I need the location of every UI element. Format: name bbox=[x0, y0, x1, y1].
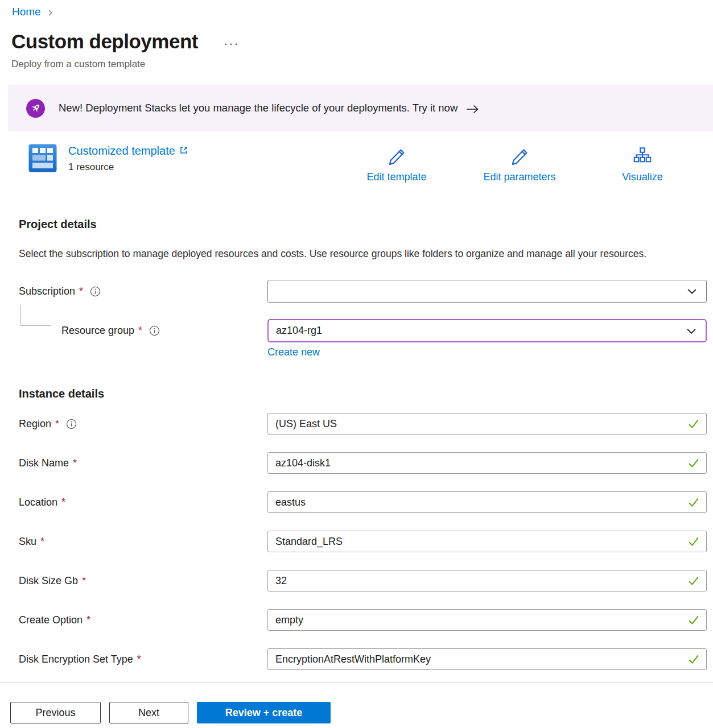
chevron-down-icon bbox=[686, 286, 698, 297]
resource-group-label-group: Resource group * bbox=[19, 325, 267, 337]
template-meta: Customized template 1 resource bbox=[68, 144, 188, 173]
sku-label: Sku bbox=[19, 536, 36, 548]
disk-size-label: Disk Size Gb bbox=[19, 575, 78, 587]
valid-check-icon bbox=[687, 417, 700, 431]
required-asterisk: * bbox=[61, 497, 65, 508]
more-menu-button[interactable]: ··· bbox=[224, 36, 240, 51]
info-icon[interactable] bbox=[90, 286, 101, 297]
parent-child-connector bbox=[20, 305, 51, 326]
edit-parameters-button[interactable]: Edit parameters bbox=[474, 145, 565, 183]
create-option-row: Create Option * bbox=[0, 609, 713, 631]
disk-encryption-set-type-label: Disk Encryption Set Type bbox=[19, 653, 133, 665]
deployment-stacks-banner[interactable]: New! Deployment Stacks let you manage th… bbox=[8, 85, 713, 131]
arrow-right-icon bbox=[465, 104, 479, 114]
required-asterisk: * bbox=[40, 536, 44, 548]
valid-check-icon bbox=[687, 652, 700, 666]
create-option-label: Create Option bbox=[19, 614, 83, 626]
page-title: Custom deployment bbox=[11, 28, 198, 55]
disk-name-input[interactable] bbox=[267, 452, 707, 474]
disk-encryption-set-type-input[interactable] bbox=[267, 648, 707, 670]
subscription-label-group: Subscription * bbox=[19, 286, 267, 297]
required-asterisk: * bbox=[73, 457, 77, 469]
required-asterisk: * bbox=[138, 325, 142, 337]
project-details-form: Subscription * bbox=[0, 280, 713, 358]
hierarchy-icon bbox=[632, 145, 653, 169]
page-header: Custom deployment ··· bbox=[11, 28, 713, 55]
template-link-label: Customized template bbox=[68, 144, 175, 158]
required-asterisk: * bbox=[79, 286, 83, 297]
required-asterisk: * bbox=[82, 575, 86, 587]
instance-details-heading: Instance details bbox=[19, 387, 713, 400]
required-asterisk: * bbox=[55, 418, 59, 430]
valid-check-icon bbox=[687, 535, 700, 548]
sku-row: Sku * bbox=[0, 531, 713, 552]
breadcrumb: Home bbox=[0, 0, 713, 18]
disk-size-input[interactable] bbox=[267, 570, 707, 592]
chevron-right-icon bbox=[47, 9, 54, 16]
project-details-heading: Project details bbox=[19, 217, 713, 231]
valid-check-icon bbox=[687, 613, 700, 627]
disk-encryption-set-type-row: Disk Encryption Set Type * bbox=[0, 648, 713, 670]
create-new-link[interactable]: Create new bbox=[267, 346, 320, 358]
review-create-button[interactable]: Review + create bbox=[197, 702, 331, 723]
location-label: Location bbox=[19, 497, 57, 508]
valid-check-icon bbox=[687, 456, 700, 470]
chevron-down-icon bbox=[686, 325, 697, 337]
info-icon[interactable] bbox=[66, 419, 77, 429]
resource-group-value: az104-rg1 bbox=[276, 325, 322, 337]
customized-template-link[interactable]: Customized template bbox=[68, 144, 188, 158]
location-input[interactable] bbox=[267, 491, 707, 513]
wizard-footer: Previous Next Review + create bbox=[0, 682, 713, 728]
disk-name-label: Disk Name bbox=[19, 457, 69, 469]
subscription-dropdown[interactable] bbox=[267, 280, 707, 303]
disk-size-row: Disk Size Gb * bbox=[0, 570, 713, 592]
edit-template-label: Edit template bbox=[366, 171, 426, 183]
template-summary: Customized template 1 resource bbox=[28, 144, 188, 173]
subscription-control bbox=[267, 280, 707, 303]
breadcrumb-home-link[interactable]: Home bbox=[12, 6, 41, 18]
create-option-input[interactable] bbox=[267, 609, 707, 631]
resource-group-label: Resource group bbox=[61, 325, 134, 337]
edit-parameters-label: Edit parameters bbox=[483, 171, 555, 183]
resource-group-row: Resource group * az104-rg1 bbox=[0, 319, 713, 342]
visualize-label: Visualize bbox=[622, 171, 663, 183]
location-row: Location * bbox=[0, 491, 713, 513]
external-link-icon bbox=[179, 144, 188, 158]
disk-name-row: Disk Name * bbox=[0, 452, 713, 474]
subscription-label: Subscription bbox=[19, 286, 75, 297]
project-details-description: Select the subscription to manage deploy… bbox=[19, 245, 679, 263]
resource-group-dropdown[interactable]: az104-rg1 bbox=[267, 319, 707, 342]
pencil-icon bbox=[509, 145, 530, 169]
required-asterisk: * bbox=[137, 653, 141, 665]
instance-details-form: Region * Disk Name * bbox=[0, 413, 713, 670]
region-row: Region * bbox=[0, 413, 713, 435]
info-icon[interactable] bbox=[149, 325, 160, 336]
region-label: Region bbox=[19, 418, 51, 430]
visualize-button[interactable]: Visualize bbox=[608, 145, 677, 183]
template-icon bbox=[28, 144, 57, 172]
custom-deployment-page: Home Custom deployment ··· Deploy from a… bbox=[0, 0, 713, 728]
region-input[interactable] bbox=[267, 413, 707, 435]
page-subtitle: Deploy from a custom template bbox=[11, 58, 713, 71]
next-button[interactable]: Next bbox=[109, 702, 188, 723]
footer-buttons: Previous Next Review + create bbox=[0, 683, 713, 723]
valid-check-icon bbox=[687, 574, 700, 588]
subscription-row: Subscription * bbox=[0, 280, 713, 303]
template-summary-row: Customized template 1 resource bbox=[0, 144, 713, 185]
previous-button[interactable]: Previous bbox=[10, 702, 101, 723]
create-new-row: Create new bbox=[0, 346, 713, 358]
banner-message: New! Deployment Stacks let you manage th… bbox=[59, 102, 458, 114]
sku-input[interactable] bbox=[267, 531, 707, 552]
rocket-icon bbox=[26, 99, 45, 118]
edit-template-button[interactable]: Edit template bbox=[357, 145, 436, 183]
pencil-icon bbox=[386, 145, 407, 169]
valid-check-icon bbox=[687, 495, 700, 509]
resource-group-control: az104-rg1 bbox=[267, 319, 707, 342]
resource-count: 1 resource bbox=[68, 162, 188, 173]
required-asterisk: * bbox=[86, 614, 90, 626]
